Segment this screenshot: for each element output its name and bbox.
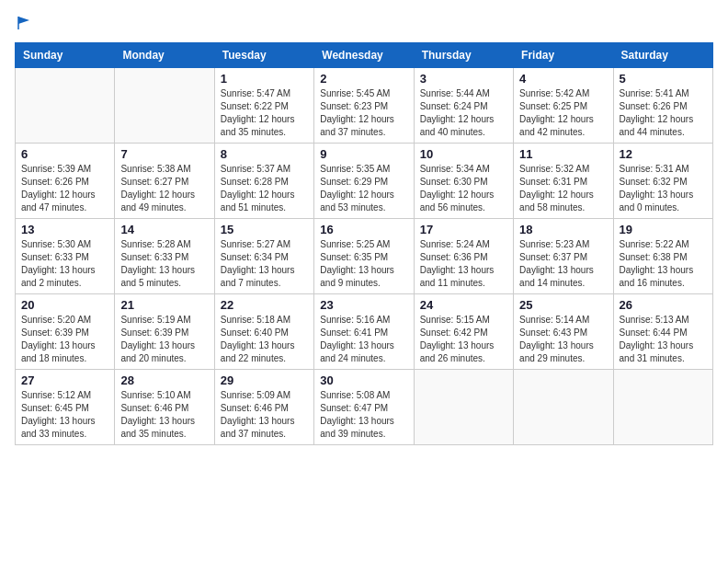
day-info: Sunrise: 5:13 AM Sunset: 6:44 PM Dayligh… — [620, 314, 707, 365]
day-info: Sunrise: 5:45 AM Sunset: 6:23 PM Dayligh… — [320, 87, 407, 139]
calendar-cell: 21Sunrise: 5:19 AM Sunset: 6:39 PM Dayli… — [115, 294, 214, 370]
calendar-week-row: 13Sunrise: 5:30 AM Sunset: 6:33 PM Dayli… — [16, 219, 713, 294]
calendar-header-sunday: Sunday — [16, 43, 115, 68]
day-number: 14 — [120, 223, 208, 236]
calendar-cell: 16Sunrise: 5:25 AM Sunset: 6:35 PM Dayli… — [314, 219, 414, 294]
calendar-cell: 11Sunrise: 5:32 AM Sunset: 6:31 PM Dayli… — [514, 144, 613, 219]
calendar-week-row: 20Sunrise: 5:20 AM Sunset: 6:39 PM Dayli… — [16, 294, 713, 370]
calendar-cell: 7Sunrise: 5:38 AM Sunset: 6:27 PM Daylig… — [115, 144, 214, 219]
calendar-cell: 15Sunrise: 5:27 AM Sunset: 6:34 PM Dayli… — [214, 219, 313, 294]
day-info: Sunrise: 5:22 AM Sunset: 6:38 PM Dayligh… — [620, 238, 707, 290]
calendar-cell: 3Sunrise: 5:44 AM Sunset: 6:24 PM Daylig… — [414, 68, 513, 144]
day-info: Sunrise: 5:23 AM Sunset: 6:37 PM Dayligh… — [519, 238, 607, 290]
calendar-cell: 29Sunrise: 5:09 AM Sunset: 6:46 PM Dayli… — [214, 370, 313, 445]
day-info: Sunrise: 5:39 AM Sunset: 6:26 PM Dayligh… — [21, 163, 108, 214]
day-info: Sunrise: 5:31 AM Sunset: 6:32 PM Dayligh… — [620, 163, 707, 214]
calendar: SundayMondayTuesdayWednesdayThursdayFrid… — [15, 42, 713, 445]
day-number: 6 — [21, 147, 108, 161]
day-info: Sunrise: 5:19 AM Sunset: 6:39 PM Dayligh… — [120, 314, 208, 365]
day-number: 23 — [320, 298, 407, 312]
day-number: 3 — [420, 72, 507, 86]
day-info: Sunrise: 5:37 AM Sunset: 6:28 PM Dayligh… — [221, 163, 308, 214]
header — [15, 15, 713, 31]
calendar-cell: 6Sunrise: 5:39 AM Sunset: 6:26 PM Daylig… — [16, 144, 115, 219]
calendar-cell: 20Sunrise: 5:20 AM Sunset: 6:39 PM Dayli… — [16, 294, 115, 370]
day-number: 10 — [420, 147, 507, 161]
calendar-week-row: 1Sunrise: 5:47 AM Sunset: 6:22 PM Daylig… — [16, 68, 713, 144]
day-info: Sunrise: 5:38 AM Sunset: 6:27 PM Dayligh… — [120, 163, 208, 214]
day-number: 18 — [519, 223, 607, 236]
day-number: 2 — [320, 72, 407, 86]
day-number: 1 — [221, 72, 308, 86]
calendar-cell: 26Sunrise: 5:13 AM Sunset: 6:44 PM Dayli… — [613, 294, 712, 370]
day-number: 20 — [21, 298, 108, 312]
day-info: Sunrise: 5:30 AM Sunset: 6:33 PM Dayligh… — [21, 238, 108, 290]
calendar-cell: 27Sunrise: 5:12 AM Sunset: 6:45 PM Dayli… — [16, 370, 115, 445]
day-info: Sunrise: 5:16 AM Sunset: 6:41 PM Dayligh… — [320, 314, 407, 365]
day-info: Sunrise: 5:12 AM Sunset: 6:45 PM Dayligh… — [21, 389, 108, 441]
calendar-cell: 2Sunrise: 5:45 AM Sunset: 6:23 PM Daylig… — [314, 68, 414, 144]
calendar-cell — [514, 370, 613, 445]
day-info: Sunrise: 5:24 AM Sunset: 6:36 PM Dayligh… — [420, 238, 507, 290]
day-info: Sunrise: 5:44 AM Sunset: 6:24 PM Dayligh… — [420, 87, 507, 139]
calendar-week-row: 6Sunrise: 5:39 AM Sunset: 6:26 PM Daylig… — [16, 144, 713, 219]
day-number: 11 — [519, 147, 607, 161]
calendar-cell — [414, 370, 513, 445]
day-number: 8 — [221, 147, 308, 161]
day-number: 19 — [620, 223, 707, 236]
calendar-cell: 19Sunrise: 5:22 AM Sunset: 6:38 PM Dayli… — [613, 219, 712, 294]
calendar-cell: 1Sunrise: 5:47 AM Sunset: 6:22 PM Daylig… — [214, 68, 313, 144]
day-info: Sunrise: 5:42 AM Sunset: 6:25 PM Dayligh… — [519, 87, 607, 139]
day-number: 21 — [120, 298, 208, 312]
calendar-cell: 9Sunrise: 5:35 AM Sunset: 6:29 PM Daylig… — [314, 144, 414, 219]
calendar-cell: 4Sunrise: 5:42 AM Sunset: 6:25 PM Daylig… — [514, 68, 613, 144]
day-number: 26 — [620, 298, 707, 312]
day-number: 17 — [420, 223, 507, 236]
calendar-cell: 10Sunrise: 5:34 AM Sunset: 6:30 PM Dayli… — [414, 144, 513, 219]
calendar-cell — [115, 68, 214, 144]
day-number: 5 — [620, 72, 707, 86]
calendar-header-wednesday: Wednesday — [314, 43, 414, 68]
logo — [15, 15, 33, 31]
calendar-cell: 25Sunrise: 5:14 AM Sunset: 6:43 PM Dayli… — [514, 294, 613, 370]
calendar-cell — [613, 370, 712, 445]
calendar-cell: 5Sunrise: 5:41 AM Sunset: 6:26 PM Daylig… — [613, 68, 712, 144]
calendar-header-thursday: Thursday — [414, 43, 513, 68]
day-info: Sunrise: 5:47 AM Sunset: 6:22 PM Dayligh… — [221, 87, 308, 139]
day-number: 22 — [221, 298, 308, 312]
calendar-cell: 24Sunrise: 5:15 AM Sunset: 6:42 PM Dayli… — [414, 294, 513, 370]
day-info: Sunrise: 5:35 AM Sunset: 6:29 PM Dayligh… — [320, 163, 407, 214]
day-number: 12 — [620, 147, 707, 161]
day-info: Sunrise: 5:20 AM Sunset: 6:39 PM Dayligh… — [21, 314, 108, 365]
calendar-cell: 28Sunrise: 5:10 AM Sunset: 6:46 PM Dayli… — [115, 370, 214, 445]
calendar-week-row: 27Sunrise: 5:12 AM Sunset: 6:45 PM Dayli… — [16, 370, 713, 445]
day-number: 28 — [120, 373, 208, 387]
calendar-cell: 30Sunrise: 5:08 AM Sunset: 6:47 PM Dayli… — [314, 370, 414, 445]
calendar-cell: 18Sunrise: 5:23 AM Sunset: 6:37 PM Dayli… — [514, 219, 613, 294]
calendar-cell: 14Sunrise: 5:28 AM Sunset: 6:33 PM Dayli… — [115, 219, 214, 294]
day-info: Sunrise: 5:28 AM Sunset: 6:33 PM Dayligh… — [120, 238, 208, 290]
calendar-header-friday: Friday — [514, 43, 613, 68]
calendar-cell: 17Sunrise: 5:24 AM Sunset: 6:36 PM Dayli… — [414, 219, 513, 294]
calendar-header-saturday: Saturday — [613, 43, 712, 68]
day-number: 25 — [519, 298, 607, 312]
day-info: Sunrise: 5:25 AM Sunset: 6:35 PM Dayligh… — [320, 238, 407, 290]
calendar-cell: 13Sunrise: 5:30 AM Sunset: 6:33 PM Dayli… — [16, 219, 115, 294]
day-number: 27 — [21, 373, 108, 387]
calendar-cell — [16, 68, 115, 144]
day-info: Sunrise: 5:27 AM Sunset: 6:34 PM Dayligh… — [221, 238, 308, 290]
calendar-header-monday: Monday — [115, 43, 214, 68]
day-info: Sunrise: 5:32 AM Sunset: 6:31 PM Dayligh… — [519, 163, 607, 214]
day-info: Sunrise: 5:41 AM Sunset: 6:26 PM Dayligh… — [620, 87, 707, 139]
day-info: Sunrise: 5:34 AM Sunset: 6:30 PM Dayligh… — [420, 163, 507, 214]
day-info: Sunrise: 5:09 AM Sunset: 6:46 PM Dayligh… — [221, 389, 308, 441]
calendar-cell: 8Sunrise: 5:37 AM Sunset: 6:28 PM Daylig… — [214, 144, 313, 219]
day-number: 30 — [320, 373, 407, 387]
calendar-cell: 22Sunrise: 5:18 AM Sunset: 6:40 PM Dayli… — [214, 294, 313, 370]
day-info: Sunrise: 5:08 AM Sunset: 6:47 PM Dayligh… — [320, 389, 407, 441]
day-info: Sunrise: 5:15 AM Sunset: 6:42 PM Dayligh… — [420, 314, 507, 365]
day-number: 16 — [320, 223, 407, 236]
day-info: Sunrise: 5:14 AM Sunset: 6:43 PM Dayligh… — [519, 314, 607, 365]
day-number: 13 — [21, 223, 108, 236]
calendar-header-tuesday: Tuesday — [214, 43, 313, 68]
